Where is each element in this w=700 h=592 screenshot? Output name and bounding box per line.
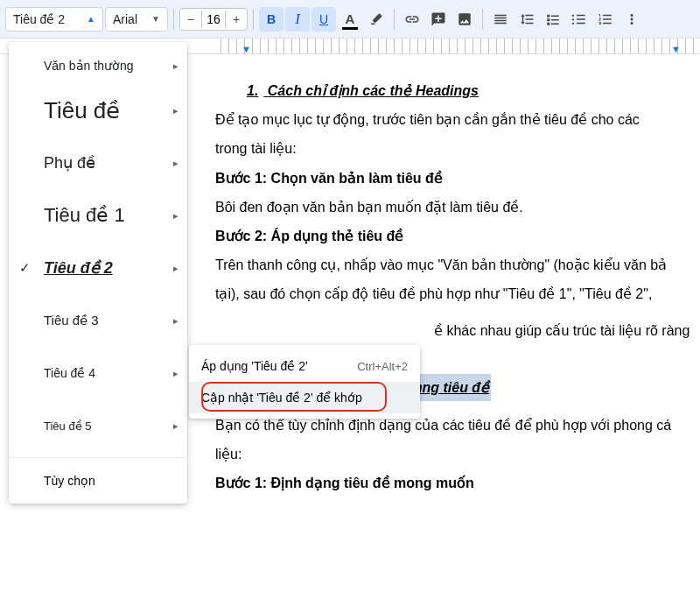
style-item-title[interactable]: Tiêu đề ▸: [9, 84, 187, 137]
font-size-control: − 16 +: [179, 8, 248, 31]
submenu-arrow-icon: ▸: [173, 420, 178, 432]
submenu-arrow-icon: ▸: [173, 60, 178, 72]
caret-up-icon: ▲: [87, 14, 95, 24]
menu-separator: [9, 457, 187, 458]
increase-font-button[interactable]: +: [226, 9, 247, 30]
heading-2: 1. Cách chỉ định các thẻ Headings: [215, 77, 700, 104]
submenu-arrow-icon: ▸: [173, 105, 178, 116]
style-item-heading-5[interactable]: Tiêu đề 5 ▸: [9, 399, 187, 452]
heading-text: Cách chỉ định các thẻ Headings: [268, 83, 479, 98]
paragraph: liệu:: [215, 440, 700, 468]
insert-link-button[interactable]: [400, 7, 424, 32]
style-label: Tiêu đề 1: [44, 204, 125, 227]
separator: [482, 9, 483, 30]
more-vert-icon: [624, 11, 640, 27]
bullet-list-icon: [571, 11, 587, 27]
paragraph: Để tạo mục lục tự động, trước tiên bạn c…: [215, 106, 700, 133]
font-dropdown-label: Arial: [113, 12, 137, 26]
align-justify-icon: [493, 11, 508, 27]
checklist-button[interactable]: [541, 7, 565, 32]
separator: [253, 9, 254, 30]
bulleted-list-button[interactable]: [567, 7, 592, 32]
submenu-arrow-icon: ▸: [173, 158, 178, 169]
submenu-arrow-icon: ▸: [173, 368, 178, 379]
paragraph-style-dropdown[interactable]: Tiêu đề 2 ▲: [5, 7, 103, 32]
step-heading: Bước 1: Định dạng tiêu đề mong muốn: [215, 469, 700, 497]
paragraph: Bôi đen đoạn văn bản bạn muốn đặt làm ti…: [215, 194, 700, 221]
separator: [394, 9, 395, 30]
style-label: Tiêu đề 3: [44, 313, 99, 328]
style-dropdown-label: Tiêu đề 2: [13, 12, 65, 26]
underline-button[interactable]: U: [312, 7, 336, 32]
italic-button[interactable]: I: [285, 7, 310, 32]
insert-image-button[interactable]: [452, 7, 477, 32]
more-button[interactable]: [620, 7, 644, 32]
bold-button[interactable]: B: [259, 7, 284, 32]
text-color-button[interactable]: A: [338, 7, 362, 32]
image-icon: [457, 11, 472, 27]
submenu-update-heading-2[interactable]: Cập nhật 'Tiêu đề 2' để khớp: [189, 382, 420, 413]
style-item-heading-1[interactable]: Tiêu đề 1 ▸: [9, 189, 187, 242]
decrease-font-button[interactable]: −: [180, 9, 201, 30]
toolbar: Tiêu đề 2 ▲ Arial ▼ − 16 + B I U A: [0, 0, 700, 39]
paragraph-styles-menu: Văn bản thường ▸ Tiêu đề ▸ Phụ đề ▸ Tiêu…: [9, 42, 187, 504]
indent-marker-left-icon[interactable]: ▼: [242, 44, 251, 54]
submenu-apply-heading-2[interactable]: Áp dụng 'Tiêu đề 2' Ctrl+Alt+2: [189, 350, 420, 382]
checklist-icon: [545, 11, 561, 27]
heading-number: 1.: [247, 83, 258, 98]
submenu-label: Cập nhật 'Tiêu đề 2' để khớp: [201, 391, 362, 405]
keyboard-shortcut: Ctrl+Alt+2: [357, 360, 408, 373]
indent-marker-right-icon[interactable]: ▼: [671, 44, 681, 54]
font-size-value[interactable]: 16: [201, 11, 226, 28]
paragraph: trong tài liệu:: [215, 135, 700, 162]
comment-icon: [430, 11, 446, 27]
style-label: Tiêu đề: [44, 97, 120, 124]
style-item-heading-3[interactable]: Tiêu đề 3 ▸: [9, 294, 187, 347]
paragraph: ề khác nhau giúp cấu trúc tài liệu rõ rà…: [215, 317, 700, 344]
style-item-subtitle[interactable]: Phụ đề ▸: [9, 137, 187, 189]
style-item-normal-text[interactable]: Văn bản thường ▸: [9, 47, 187, 84]
style-label: Văn bản thường: [44, 59, 134, 73]
document-area: 1. Cách chỉ định các thẻ Headings Để tạo…: [214, 54, 700, 592]
style-label: Tiêu đề 5: [44, 419, 92, 433]
document-content[interactable]: 1. Cách chỉ định các thẻ Headings Để tạo…: [214, 77, 700, 497]
line-spacing-icon: [519, 11, 535, 27]
submenu-arrow-icon: ▸: [173, 315, 178, 327]
step-heading: Bước 1: Chọn văn bản làm tiêu đề: [215, 165, 700, 192]
highlighter-icon: [368, 11, 384, 27]
paragraph: Trên thanh công cụ, nhấp vào mục "Văn bả…: [215, 251, 700, 278]
numbered-list-button[interactable]: [593, 7, 618, 32]
font-family-dropdown[interactable]: Arial ▼: [105, 7, 168, 32]
align-button[interactable]: [488, 7, 513, 32]
numbered-list-icon: [598, 11, 613, 27]
heading-2-submenu: Áp dụng 'Tiêu đề 2' Ctrl+Alt+2 Cập nhật …: [189, 345, 420, 419]
separator: [173, 9, 174, 30]
style-label: Tiêu đề 4: [44, 366, 95, 380]
add-comment-button[interactable]: [426, 7, 451, 32]
ruler-ticks: [214, 39, 700, 54]
style-item-options[interactable]: Tùy chọn: [9, 463, 187, 498]
paragraph: tại), sau đó chọn cấp độ tiêu đề phù hợp…: [215, 280, 700, 307]
submenu-arrow-icon: ▸: [173, 263, 178, 274]
submenu-label: Áp dụng 'Tiêu đề 2': [201, 359, 308, 373]
style-label: Tiêu đề 2: [44, 258, 113, 278]
line-spacing-button[interactable]: [514, 7, 539, 32]
style-item-heading-4[interactable]: Tiêu đề 4 ▸: [9, 347, 187, 399]
checkmark-icon: ✓: [19, 260, 31, 276]
highlight-color-button[interactable]: [364, 7, 388, 32]
link-icon: [404, 11, 420, 27]
submenu-arrow-icon: ▸: [173, 210, 178, 222]
caret-down-icon: ▼: [151, 14, 160, 24]
style-item-heading-2[interactable]: ✓ Tiêu đề 2 ▸: [9, 242, 187, 294]
style-label: Phụ đề: [44, 153, 95, 173]
step-heading: Bước 2: Áp dụng thẻ tiêu đề: [215, 222, 700, 250]
